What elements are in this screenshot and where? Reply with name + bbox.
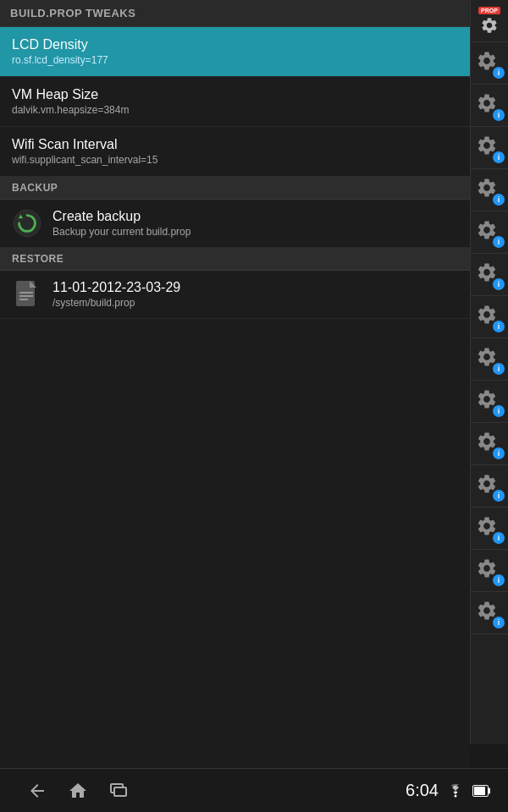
settings-icon bbox=[480, 16, 499, 35]
svg-rect-7 bbox=[114, 787, 126, 796]
wifi-scan-title: Wifi Scan Interval bbox=[12, 137, 458, 152]
gear-badge-10: i bbox=[476, 431, 503, 458]
info-badge-9: i bbox=[493, 405, 505, 417]
create-backup-item[interactable]: Create backup Backup your current build.… bbox=[0, 200, 470, 248]
gear-badge-8: i bbox=[476, 346, 503, 373]
gear-badge-12: i bbox=[476, 515, 503, 542]
wifi-icon bbox=[447, 784, 464, 798]
info-badge-1: i bbox=[493, 67, 505, 79]
info-badge-11: i bbox=[493, 490, 505, 502]
recents-button[interactable] bbox=[98, 774, 139, 808]
sidebar-item-11[interactable]: i bbox=[471, 465, 508, 508]
info-badge-13: i bbox=[493, 574, 505, 586]
recents-icon bbox=[108, 781, 129, 801]
backup-icon bbox=[12, 208, 42, 239]
svg-rect-10 bbox=[474, 787, 485, 795]
wifi-scan-subtitle: wifi.supplicant_scan_interval=15 bbox=[12, 154, 458, 166]
info-badge-3: i bbox=[493, 151, 505, 163]
gear-badge-11: i bbox=[476, 473, 503, 500]
backup-section-header: BACKUP bbox=[0, 177, 470, 200]
prop-badge: PROP bbox=[478, 7, 500, 14]
svg-point-8 bbox=[455, 794, 457, 797]
menu-item-vm-heap[interactable]: VM Heap Size dalvik.vm.heapsize=384m bbox=[0, 77, 470, 127]
restore-file-text: 11-01-2012-23-03-29 /system/build.prop bbox=[52, 280, 180, 309]
info-badge-2: i bbox=[493, 109, 505, 121]
main-content: LCD Density ro.sf.lcd_density=177 VM Hea… bbox=[0, 27, 470, 771]
info-badge-8: i bbox=[493, 363, 505, 375]
gear-badge-7: i bbox=[476, 304, 503, 331]
back-icon bbox=[27, 781, 47, 801]
info-badge-7: i bbox=[493, 321, 505, 332]
sidebar-item-2[interactable]: i bbox=[471, 85, 508, 127]
sidebar-item-12[interactable]: i bbox=[471, 508, 508, 550]
prop-icon-button[interactable]: PROP bbox=[472, 0, 507, 42]
gear-badge-6: i bbox=[476, 261, 503, 288]
gear-badge-14: i bbox=[476, 600, 503, 627]
backup-title: Create backup bbox=[52, 209, 190, 224]
gear-badge-1: i bbox=[476, 50, 503, 77]
sidebar-item-3[interactable]: i bbox=[471, 127, 508, 169]
info-badge-5: i bbox=[493, 236, 505, 248]
info-badge-12: i bbox=[493, 532, 505, 544]
back-button[interactable] bbox=[17, 774, 58, 808]
home-button[interactable] bbox=[58, 774, 98, 808]
vm-heap-title: VM Heap Size bbox=[12, 87, 458, 102]
lcd-density-subtitle: ro.sf.lcd_density=177 bbox=[12, 54, 458, 66]
restore-filename: 11-01-2012-23-03-29 bbox=[52, 280, 180, 295]
sidebar-item-14[interactable]: i bbox=[471, 592, 508, 634]
gear-badge-4: i bbox=[476, 177, 503, 204]
restore-file-item[interactable]: 11-01-2012-23-03-29 /system/build.prop bbox=[0, 271, 470, 319]
app-title-bar: BUILD.PROP TWEAKS bbox=[0, 0, 508, 27]
navigation-bar: 6:04 bbox=[0, 768, 508, 812]
restore-section-header: RESTORE bbox=[0, 248, 470, 271]
status-area: 6:04 bbox=[406, 781, 491, 800]
home-icon bbox=[68, 781, 88, 801]
svg-point-0 bbox=[14, 210, 41, 237]
gear-badge-9: i bbox=[476, 388, 503, 415]
menu-item-lcd-density[interactable]: LCD Density ro.sf.lcd_density=177 bbox=[0, 27, 470, 77]
gear-badge-3: i bbox=[476, 134, 503, 162]
lcd-density-title: LCD Density bbox=[12, 37, 458, 52]
sidebar-item-6[interactable]: i bbox=[471, 254, 508, 296]
backup-action-text: Create backup Backup your current build.… bbox=[52, 209, 190, 238]
sidebar-item-5[interactable]: i bbox=[471, 211, 508, 254]
sidebar-item-8[interactable]: i bbox=[471, 338, 508, 381]
clock-display: 6:04 bbox=[406, 781, 439, 800]
sidebar-item-1[interactable]: i bbox=[471, 42, 508, 85]
backup-subtitle: Backup your current build.prop bbox=[52, 226, 190, 238]
gear-badge-5: i bbox=[476, 219, 503, 246]
restore-path: /system/build.prop bbox=[52, 297, 180, 309]
sidebar-item-10[interactable]: i bbox=[471, 423, 508, 465]
sidebar-item-7[interactable]: i bbox=[471, 296, 508, 338]
info-badge-4: i bbox=[493, 194, 505, 206]
file-icon bbox=[12, 279, 42, 310]
app-title: BUILD.PROP TWEAKS bbox=[10, 7, 135, 19]
info-badge-14: i bbox=[493, 617, 505, 628]
vm-heap-subtitle: dalvik.vm.heapsize=384m bbox=[12, 104, 458, 116]
sidebar-item-9[interactable]: i bbox=[471, 381, 508, 423]
menu-item-wifi-scan[interactable]: Wifi Scan Interval wifi.supplicant_scan_… bbox=[0, 127, 470, 177]
right-sidebar: PROP i i bbox=[470, 0, 508, 744]
info-badge-10: i bbox=[493, 447, 505, 459]
battery-icon bbox=[472, 785, 491, 797]
gear-badge-13: i bbox=[476, 557, 503, 584]
gear-badge-2: i bbox=[476, 92, 503, 119]
info-badge-6: i bbox=[493, 278, 505, 290]
sidebar-item-13[interactable]: i bbox=[471, 550, 508, 592]
sidebar-item-4[interactable]: i bbox=[471, 169, 508, 211]
